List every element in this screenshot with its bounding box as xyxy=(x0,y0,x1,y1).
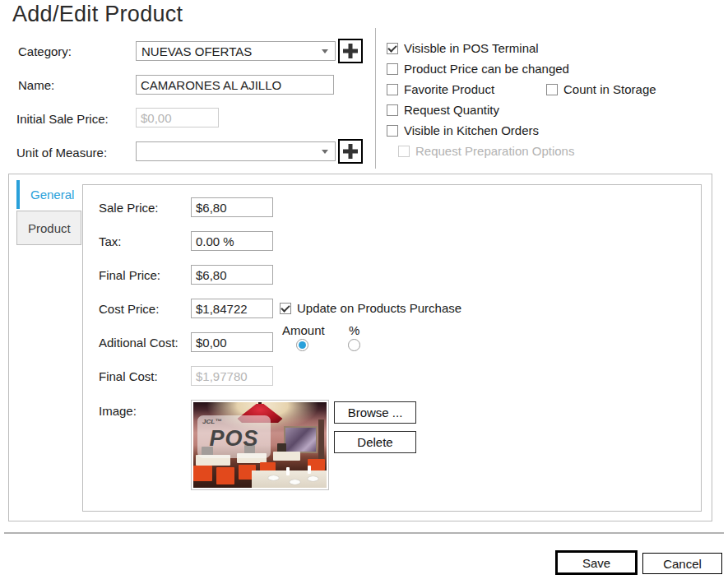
tab-label: Product xyxy=(28,221,71,235)
final-cost-label: Final Cost: xyxy=(99,369,158,383)
browse-button[interactable]: Browse ... xyxy=(334,401,416,424)
checkbox-request-preparation-options: Request Preparation Options xyxy=(398,144,574,158)
chevron-down-icon xyxy=(322,49,328,53)
plate xyxy=(308,476,318,481)
add-unit-button[interactable] xyxy=(338,139,363,164)
tab-label: General xyxy=(30,188,74,202)
amount-radio[interactable] xyxy=(296,339,308,351)
checkbox-visible-in-pos-terminal[interactable]: Visisble in POS Terminal xyxy=(387,41,539,55)
checkbox-label: Visisble in POS Terminal xyxy=(404,41,539,55)
plus-icon xyxy=(340,141,361,162)
watermark-pos-text: POS xyxy=(197,426,271,452)
tax-input[interactable] xyxy=(191,231,273,251)
unit-of-measure-combobox[interactable] xyxy=(136,141,336,161)
plate xyxy=(290,480,300,484)
checkbox-label: Count in Storage xyxy=(563,82,656,96)
tab-product[interactable]: Product xyxy=(16,211,81,245)
final-price-input[interactable] xyxy=(191,265,273,285)
category-combobox-value: NUEVAS OFERTAS xyxy=(141,44,252,58)
name-input[interactable] xyxy=(136,75,334,95)
tax-label: Tax: xyxy=(99,234,122,248)
checkbox-icon xyxy=(387,63,398,75)
wall-art xyxy=(284,426,318,453)
percent-radio[interactable] xyxy=(348,339,360,351)
napkin xyxy=(286,467,290,475)
plus-icon xyxy=(340,40,361,62)
checkbox-price-can-be-changed[interactable]: Product Price can be changed xyxy=(387,62,569,76)
unit-of-measure-label: Unit of Measure: xyxy=(16,146,107,160)
name-label: Name: xyxy=(18,78,54,92)
plate xyxy=(268,475,279,480)
delete-button[interactable]: Delete xyxy=(334,431,416,453)
watermark-brand-text: JCL™ xyxy=(202,418,221,425)
checkbox-request-quantity[interactable]: Request Quantity xyxy=(387,103,499,117)
pos-watermark: JCL™ POS xyxy=(197,415,271,458)
checkbox-visible-in-kitchen-orders[interactable]: Visible in Kitchen Orders xyxy=(387,123,539,137)
checkbox-label: Product Price can be changed xyxy=(404,62,569,76)
checkbox-update-on-products-purchase[interactable]: Update on Products Purchase xyxy=(280,301,461,315)
aditional-cost-input[interactable] xyxy=(191,332,273,352)
checkbox-label: Favorite Product xyxy=(404,82,494,96)
checkbox-icon xyxy=(387,84,398,95)
checkbox-label: Request Preparation Options xyxy=(415,144,574,158)
category-label: Category: xyxy=(18,44,72,58)
vertical-separator xyxy=(375,28,376,169)
napkin xyxy=(308,466,311,474)
checkbox-label: Visible in Kitchen Orders xyxy=(404,123,539,137)
checkbox-icon xyxy=(387,125,398,137)
category-combobox[interactable]: NUEVAS OFERTAS xyxy=(136,41,336,61)
checkbox-icon xyxy=(398,146,410,157)
image-label: Image: xyxy=(99,404,137,418)
product-image-preview: JCL™ POS xyxy=(191,400,329,490)
add-category-button[interactable] xyxy=(338,39,363,63)
checkbox-label: Request Quantity xyxy=(404,103,499,117)
checkbox-icon xyxy=(546,84,558,95)
checkbox-icon xyxy=(280,303,291,314)
cancel-button[interactable]: Cancel xyxy=(642,553,722,574)
page-title: Add/Edit Product xyxy=(12,2,183,27)
checkbox-count-in-storage[interactable]: Count in Storage xyxy=(546,82,656,96)
amount-radio-label: Amount xyxy=(282,323,325,337)
sale-price-label: Sale Price: xyxy=(99,201,159,215)
checkbox-label: Update on Products Purchase xyxy=(297,301,461,315)
cost-price-label: Cost Price: xyxy=(99,302,159,316)
restaurant-photo: JCL™ POS xyxy=(193,402,327,488)
percent-radio-label: % xyxy=(349,323,359,337)
final-price-label: Final Price: xyxy=(99,268,160,282)
aditional-cost-label: Aditional Cost: xyxy=(99,336,179,350)
initial-sale-price-label: Initial Sale Price: xyxy=(16,112,109,126)
final-cost-input xyxy=(191,366,273,386)
checkbox-icon xyxy=(387,104,398,116)
footer-separator xyxy=(4,532,724,534)
checkbox-favorite-product[interactable]: Favorite Product xyxy=(387,82,494,96)
save-button[interactable]: Save xyxy=(555,550,638,575)
sale-price-input[interactable] xyxy=(191,197,273,217)
initial-sale-price-input xyxy=(136,108,219,127)
tab-general[interactable]: General xyxy=(16,180,81,209)
table xyxy=(273,452,299,460)
orange-chair xyxy=(193,466,212,481)
chevron-down-icon xyxy=(322,150,328,154)
cost-price-input[interactable] xyxy=(191,299,273,318)
orange-chair xyxy=(216,467,235,484)
checkbox-icon xyxy=(387,43,398,54)
